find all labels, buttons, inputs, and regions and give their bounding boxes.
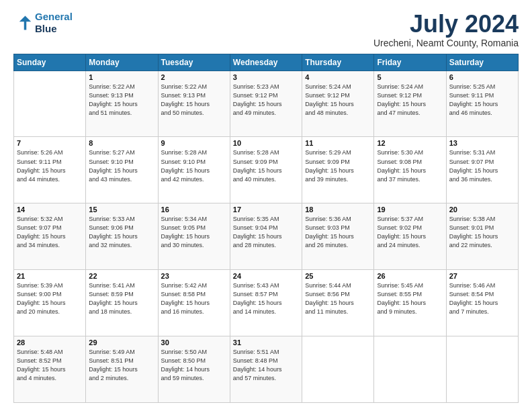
day-info: Sunrise: 5:35 AM Sunset: 9:04 PM Dayligh… (233, 215, 299, 250)
day-cell: 5Sunrise: 5:24 AM Sunset: 9:12 PM Daylig… (374, 71, 446, 137)
day-cell (374, 336, 446, 403)
day-info: Sunrise: 5:43 AM Sunset: 8:57 PM Dayligh… (233, 281, 299, 316)
day-cell: 26Sunrise: 5:45 AM Sunset: 8:55 PM Dayli… (374, 270, 446, 336)
day-number: 30 (161, 338, 227, 347)
day-cell: 9Sunrise: 5:28 AM Sunset: 9:10 PM Daylig… (158, 137, 230, 203)
day-number: 20 (449, 205, 515, 214)
day-info: Sunrise: 5:48 AM Sunset: 8:52 PM Dayligh… (17, 348, 83, 383)
day-info: Sunrise: 5:30 AM Sunset: 9:08 PM Dayligh… (377, 148, 443, 183)
day-cell: 28Sunrise: 5:48 AM Sunset: 8:52 PM Dayli… (14, 336, 86, 403)
day-cell: 13Sunrise: 5:31 AM Sunset: 9:07 PM Dayli… (446, 137, 518, 203)
week-row-3: 14Sunrise: 5:32 AM Sunset: 9:07 PM Dayli… (14, 203, 519, 270)
day-number: 15 (89, 205, 154, 214)
day-cell: 10Sunrise: 5:28 AM Sunset: 9:09 PM Dayli… (230, 137, 302, 203)
day-cell: 23Sunrise: 5:42 AM Sunset: 8:58 PM Dayli… (158, 270, 230, 336)
day-info: Sunrise: 5:34 AM Sunset: 9:05 PM Dayligh… (161, 215, 227, 250)
day-info: Sunrise: 5:29 AM Sunset: 9:09 PM Dayligh… (305, 148, 371, 183)
page-header: General Blue July 2024 Urecheni, Neamt C… (13, 11, 519, 48)
day-cell: 20Sunrise: 5:38 AM Sunset: 9:01 PM Dayli… (446, 203, 518, 270)
svg-marker-0 (19, 16, 32, 30)
day-cell (302, 336, 374, 403)
day-cell: 19Sunrise: 5:37 AM Sunset: 9:02 PM Dayli… (374, 203, 446, 270)
day-cell: 1Sunrise: 5:22 AM Sunset: 9:13 PM Daylig… (86, 71, 158, 137)
day-cell: 21Sunrise: 5:39 AM Sunset: 9:00 PM Dayli… (14, 270, 86, 336)
day-number: 14 (17, 205, 83, 214)
day-cell: 29Sunrise: 5:49 AM Sunset: 8:51 PM Dayli… (86, 336, 158, 403)
day-number: 5 (377, 73, 443, 81)
col-saturday: Saturday (446, 54, 518, 71)
day-cell: 31Sunrise: 5:51 AM Sunset: 8:48 PM Dayli… (230, 336, 302, 403)
day-number: 31 (233, 338, 299, 347)
day-number: 18 (305, 205, 371, 214)
calendar-page: General Blue July 2024 Urecheni, Neamt C… (0, 0, 532, 411)
day-info: Sunrise: 5:28 AM Sunset: 9:09 PM Dayligh… (233, 148, 299, 183)
day-number: 8 (89, 139, 154, 147)
day-info: Sunrise: 5:24 AM Sunset: 9:12 PM Dayligh… (305, 83, 371, 118)
col-thursday: Thursday (302, 54, 374, 71)
day-cell: 12Sunrise: 5:30 AM Sunset: 9:08 PM Dayli… (374, 137, 446, 203)
day-number: 9 (161, 139, 227, 147)
week-row-5: 28Sunrise: 5:48 AM Sunset: 8:52 PM Dayli… (14, 336, 519, 403)
day-info: Sunrise: 5:22 AM Sunset: 9:13 PM Dayligh… (89, 83, 154, 118)
day-info: Sunrise: 5:31 AM Sunset: 9:07 PM Dayligh… (449, 148, 515, 183)
day-number: 26 (377, 272, 443, 280)
day-info: Sunrise: 5:44 AM Sunset: 8:56 PM Dayligh… (305, 281, 371, 316)
day-cell: 6Sunrise: 5:25 AM Sunset: 9:11 PM Daylig… (446, 71, 518, 137)
day-info: Sunrise: 5:32 AM Sunset: 9:07 PM Dayligh… (17, 215, 83, 250)
day-number: 6 (449, 73, 515, 81)
week-row-2: 7Sunrise: 5:26 AM Sunset: 9:11 PM Daylig… (14, 137, 519, 203)
day-info: Sunrise: 5:50 AM Sunset: 8:50 PM Dayligh… (161, 348, 227, 383)
week-row-1: 1Sunrise: 5:22 AM Sunset: 9:13 PM Daylig… (14, 71, 519, 137)
day-info: Sunrise: 5:36 AM Sunset: 9:03 PM Dayligh… (305, 215, 371, 250)
logo-text: General Blue (35, 11, 73, 35)
day-info: Sunrise: 5:25 AM Sunset: 9:11 PM Dayligh… (449, 83, 515, 118)
day-cell: 24Sunrise: 5:43 AM Sunset: 8:57 PM Dayli… (230, 270, 302, 336)
day-number: 13 (449, 139, 515, 147)
day-info: Sunrise: 5:42 AM Sunset: 8:58 PM Dayligh… (161, 281, 227, 316)
day-cell: 27Sunrise: 5:46 AM Sunset: 8:54 PM Dayli… (446, 270, 518, 336)
month-title: July 2024 (373, 11, 519, 38)
day-number: 12 (377, 139, 443, 147)
day-cell: 8Sunrise: 5:27 AM Sunset: 9:10 PM Daylig… (86, 137, 158, 203)
col-sunday: Sunday (14, 54, 86, 71)
day-info: Sunrise: 5:45 AM Sunset: 8:55 PM Dayligh… (377, 281, 443, 316)
col-wednesday: Wednesday (230, 54, 302, 71)
day-info: Sunrise: 5:49 AM Sunset: 8:51 PM Dayligh… (89, 348, 154, 383)
day-number: 23 (161, 272, 227, 280)
col-tuesday: Tuesday (158, 54, 230, 71)
day-cell: 25Sunrise: 5:44 AM Sunset: 8:56 PM Dayli… (302, 270, 374, 336)
day-cell: 14Sunrise: 5:32 AM Sunset: 9:07 PM Dayli… (14, 203, 86, 270)
day-number: 29 (89, 338, 154, 347)
day-cell (446, 336, 518, 403)
day-number: 2 (161, 73, 227, 81)
logo: General Blue (13, 11, 73, 35)
day-cell: 17Sunrise: 5:35 AM Sunset: 9:04 PM Dayli… (230, 203, 302, 270)
calendar-table: Sunday Monday Tuesday Wednesday Thursday… (13, 54, 519, 403)
day-info: Sunrise: 5:33 AM Sunset: 9:06 PM Dayligh… (89, 215, 154, 250)
day-cell: 16Sunrise: 5:34 AM Sunset: 9:05 PM Dayli… (158, 203, 230, 270)
day-info: Sunrise: 5:39 AM Sunset: 9:00 PM Dayligh… (17, 281, 83, 316)
day-number: 24 (233, 272, 299, 280)
day-cell: 22Sunrise: 5:41 AM Sunset: 8:59 PM Dayli… (86, 270, 158, 336)
day-cell: 7Sunrise: 5:26 AM Sunset: 9:11 PM Daylig… (14, 137, 86, 203)
day-cell: 2Sunrise: 5:22 AM Sunset: 9:13 PM Daylig… (158, 71, 230, 137)
day-info: Sunrise: 5:51 AM Sunset: 8:48 PM Dayligh… (233, 348, 299, 383)
day-info: Sunrise: 5:22 AM Sunset: 9:13 PM Dayligh… (161, 83, 227, 118)
day-cell: 30Sunrise: 5:50 AM Sunset: 8:50 PM Dayli… (158, 336, 230, 403)
col-friday: Friday (374, 54, 446, 71)
day-number: 19 (377, 205, 443, 214)
day-cell: 15Sunrise: 5:33 AM Sunset: 9:06 PM Dayli… (86, 203, 158, 270)
week-row-4: 21Sunrise: 5:39 AM Sunset: 9:00 PM Dayli… (14, 270, 519, 336)
day-cell: 3Sunrise: 5:23 AM Sunset: 9:12 PM Daylig… (230, 71, 302, 137)
day-info: Sunrise: 5:24 AM Sunset: 9:12 PM Dayligh… (377, 83, 443, 118)
day-number: 3 (233, 73, 299, 81)
day-info: Sunrise: 5:28 AM Sunset: 9:10 PM Dayligh… (161, 148, 227, 183)
day-info: Sunrise: 5:27 AM Sunset: 9:10 PM Dayligh… (89, 148, 154, 183)
logo-icon (13, 13, 32, 32)
day-info: Sunrise: 5:37 AM Sunset: 9:02 PM Dayligh… (377, 215, 443, 250)
day-info: Sunrise: 5:46 AM Sunset: 8:54 PM Dayligh… (449, 281, 515, 316)
day-number: 27 (449, 272, 515, 280)
day-cell (14, 71, 86, 137)
day-number: 11 (305, 139, 371, 147)
day-number: 21 (17, 272, 83, 280)
